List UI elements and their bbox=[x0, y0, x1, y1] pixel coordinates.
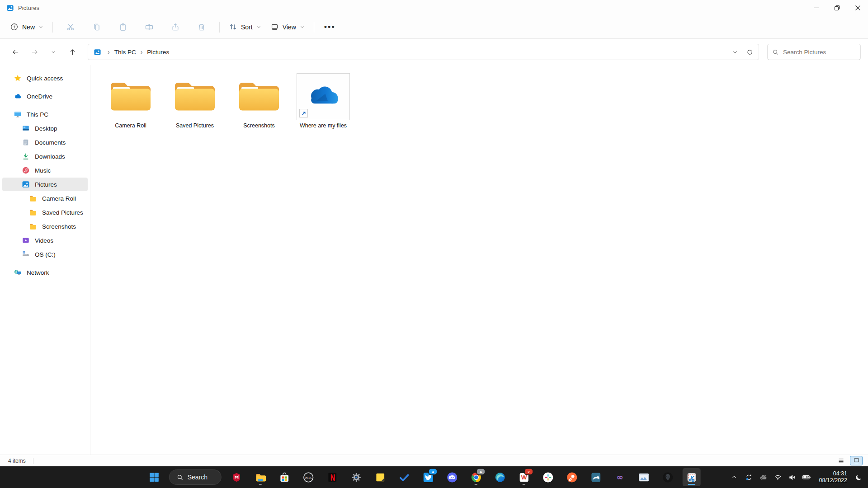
sidebar-item-label: Quick access bbox=[27, 75, 63, 82]
file-tile-iconbox bbox=[232, 73, 286, 120]
wifi-icon-button[interactable] bbox=[771, 468, 784, 486]
sidebar-item-music[interactable]: Music bbox=[2, 164, 88, 177]
svg-text:DELL: DELL bbox=[305, 475, 312, 479]
sidebar-item-label: Videos bbox=[35, 237, 53, 244]
address-bar[interactable]: › This PC › Pictures bbox=[88, 44, 759, 60]
documents-icon bbox=[22, 138, 30, 146]
battery-icon-button[interactable] bbox=[800, 468, 813, 486]
sidebar-item-saved-pictures[interactable]: Saved Pictures bbox=[2, 206, 88, 219]
up-button[interactable] bbox=[64, 44, 80, 60]
taskbar-app-mcafee[interactable] bbox=[227, 468, 245, 486]
taskbar-search[interactable]: Search bbox=[169, 469, 222, 485]
star-icon bbox=[14, 74, 22, 82]
share-icon bbox=[171, 23, 180, 32]
breadcrumb-item-this-pc[interactable]: This PC bbox=[112, 47, 139, 57]
sidebar-item-label: This PC bbox=[27, 111, 48, 118]
taskbar-app-discord[interactable] bbox=[443, 468, 461, 486]
copy-button[interactable] bbox=[87, 19, 107, 35]
wifi-icon bbox=[774, 474, 782, 481]
taskbar-app-settings[interactable] bbox=[347, 468, 365, 486]
file-tile-screenshots[interactable]: Screenshots bbox=[232, 73, 286, 129]
sidebar-item-screenshots[interactable]: Screenshots bbox=[2, 220, 88, 233]
chevron-down-icon bbox=[256, 24, 261, 29]
start-button[interactable] bbox=[145, 468, 163, 486]
night-mode-icon-button[interactable] bbox=[852, 468, 865, 486]
taskbar-app-mysql-workbench[interactable] bbox=[587, 468, 605, 486]
file-tile-label: Camera Roll bbox=[115, 122, 146, 129]
forward-button[interactable] bbox=[26, 44, 42, 60]
tray-sync-icon-button[interactable] bbox=[742, 468, 755, 486]
taskbar-app-wps-office[interactable]: W2 bbox=[515, 468, 533, 486]
taskbar-app-alienware[interactable] bbox=[659, 468, 677, 486]
taskbar-app-postman[interactable] bbox=[563, 468, 581, 486]
delete-button[interactable] bbox=[192, 19, 212, 35]
recent-locations-button[interactable] bbox=[45, 44, 61, 60]
search-box bbox=[767, 44, 861, 60]
rename-button[interactable] bbox=[139, 19, 159, 35]
volume-icon-button[interactable] bbox=[785, 468, 799, 486]
notification-badge: 2 bbox=[524, 468, 534, 475]
cut-button[interactable] bbox=[61, 19, 80, 35]
file-tile-where-are-my-files[interactable]: Where are my files bbox=[297, 73, 350, 129]
sidebar-item-documents[interactable]: Documents bbox=[2, 136, 88, 149]
taskbar-app-slack[interactable] bbox=[539, 468, 557, 486]
taskbar-app-chrome[interactable]: A bbox=[467, 468, 485, 486]
close-button[interactable] bbox=[847, 0, 868, 15]
file-tile-saved-pictures[interactable]: Saved Pictures bbox=[168, 73, 222, 129]
taskbar-app-twitter[interactable]: 4 bbox=[419, 468, 437, 486]
sidebar-item-downloads[interactable]: Downloads bbox=[2, 150, 88, 163]
file-tile-camera-roll[interactable]: Camera Roll bbox=[104, 73, 157, 129]
taskbar-search-label: Search bbox=[188, 474, 208, 481]
new-button[interactable]: New bbox=[5, 19, 48, 34]
sidebar-item-videos[interactable]: Videos bbox=[2, 234, 88, 247]
details-view-icon bbox=[838, 457, 844, 464]
paste-button[interactable] bbox=[113, 19, 133, 35]
taskbar-app-dell[interactable]: DELL bbox=[299, 468, 317, 486]
sidebar-item-network[interactable]: Network bbox=[2, 266, 88, 279]
sidebar-item-os-c[interactable]: OS (C:) bbox=[2, 248, 88, 261]
folder-icon bbox=[29, 208, 37, 216]
sidebar-item-pictures[interactable]: Pictures bbox=[2, 178, 88, 191]
file-explorer-icon bbox=[255, 472, 266, 483]
large-icons-view-button[interactable] bbox=[850, 456, 863, 465]
file-explorer-window: Pictures New Sort View bbox=[0, 0, 868, 466]
sidebar-item-camera-roll[interactable]: Camera Roll bbox=[2, 192, 88, 205]
taskbar-app-edge[interactable] bbox=[491, 468, 509, 486]
snipping-tool-icon bbox=[686, 472, 698, 483]
more-options-button[interactable]: ••• bbox=[319, 25, 341, 29]
files-area[interactable]: Camera RollSaved PicturesScreenshotsWher… bbox=[90, 65, 868, 455]
maximize-restore-button[interactable] bbox=[826, 0, 847, 15]
sidebar-item-quick-access[interactable]: Quick access bbox=[2, 71, 88, 85]
status-separator bbox=[33, 458, 33, 464]
folder-icon bbox=[29, 194, 37, 202]
taskbar-app-netflix[interactable] bbox=[323, 468, 341, 486]
taskbar-app-to-do[interactable] bbox=[395, 468, 413, 486]
chevron-down-icon bbox=[300, 24, 305, 29]
taskbar-app-file-explorer[interactable] bbox=[251, 468, 269, 486]
sidebar-item-desktop[interactable]: Desktop bbox=[2, 122, 88, 135]
taskbar-app-microsoft-store[interactable] bbox=[275, 468, 293, 486]
breadcrumb-item-pictures[interactable]: Pictures bbox=[144, 47, 172, 57]
sort-button[interactable]: Sort bbox=[224, 19, 266, 34]
refresh-button[interactable] bbox=[743, 46, 756, 58]
sidebar-item-this-pc[interactable]: This PC bbox=[2, 108, 88, 121]
taskbar-clock[interactable]: 04:31 08/12/2022 bbox=[814, 470, 851, 484]
downloads-icon bbox=[22, 152, 30, 160]
tray-overflow-button[interactable] bbox=[727, 468, 741, 486]
taskbar-app-sticky-notes[interactable] bbox=[371, 468, 389, 486]
sidebar-item-onedrive[interactable]: OneDrive bbox=[2, 89, 88, 103]
taskbar-app-visual-studio[interactable]: ∞ bbox=[611, 468, 629, 486]
onedrive-paused-icon-button[interactable] bbox=[756, 468, 770, 486]
taskbar-app-photos[interactable] bbox=[635, 468, 653, 486]
chevron-down-icon bbox=[38, 24, 43, 29]
share-button[interactable] bbox=[165, 19, 185, 35]
view-button[interactable]: View bbox=[266, 19, 309, 34]
details-view-button[interactable] bbox=[835, 456, 847, 465]
minimize-button[interactable] bbox=[806, 0, 826, 15]
to-do-icon bbox=[399, 472, 410, 483]
search-input[interactable] bbox=[783, 49, 863, 56]
large-icons-view-icon bbox=[853, 457, 860, 464]
taskbar-app-snipping-tool[interactable] bbox=[683, 468, 701, 486]
address-dropdown-button[interactable] bbox=[729, 46, 741, 58]
back-button[interactable] bbox=[7, 44, 24, 60]
